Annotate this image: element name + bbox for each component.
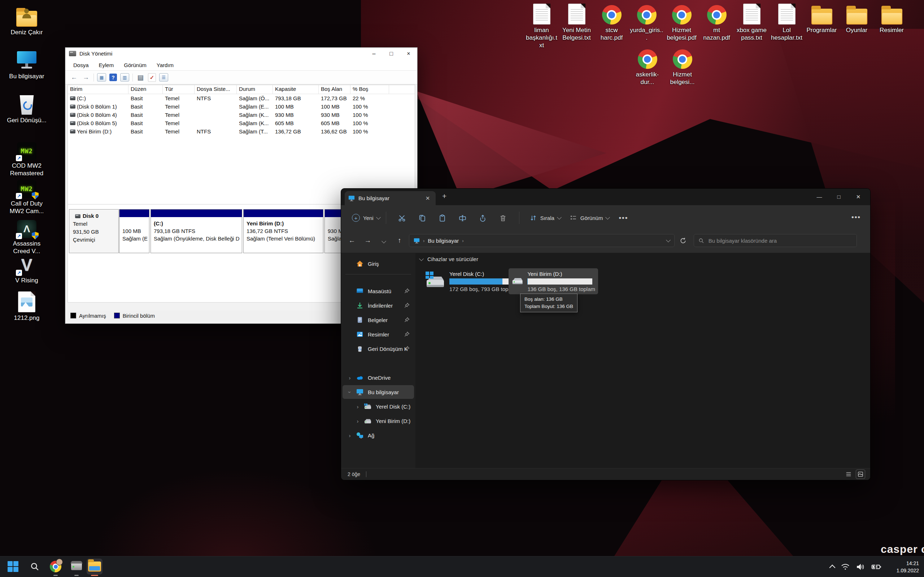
refresh-icon[interactable]: [680, 237, 687, 244]
volume-row[interactable]: (Disk 0 Bölüm 5) BasitTemel Sağlam (K...…: [68, 119, 415, 127]
properties-icon[interactable]: ☰: [159, 73, 168, 82]
tab-close-icon[interactable]: ✕: [423, 195, 432, 201]
address-bar[interactable]: › Bu bilgisayar ›: [409, 234, 675, 247]
column-kapasite[interactable]: Kapasite: [273, 85, 319, 94]
minimize-icon[interactable]: –: [365, 48, 383, 60]
partition-c[interactable]: (C:) 793,18 GB NTFS Sağlam (Önyükleme, D…: [150, 209, 242, 253]
back-icon[interactable]: ←: [344, 237, 360, 245]
column-durum[interactable]: Durum: [237, 85, 273, 94]
search-button[interactable]: [27, 559, 43, 574]
forward-icon[interactable]: →: [360, 237, 376, 245]
desktop-icon-hizmet-belgesi-pdf[interactable]: Hizmet belgesi.pdf: [664, 3, 699, 49]
sidebar-item-indirilenler[interactable]: İndirilenler: [342, 298, 414, 312]
graphical-view-icon[interactable]: ▥: [120, 73, 129, 82]
volume-row[interactable]: (C:) BasitTemel NTFSSağlam (Ö... 793,18 …: [68, 94, 415, 102]
column-bos-alan[interactable]: Boş Alan: [319, 85, 351, 94]
maximize-icon[interactable]: □: [829, 189, 848, 205]
see-more-icon[interactable]: •••: [619, 214, 628, 222]
hidden-icons-chevron[interactable]: [829, 565, 835, 571]
volume-icon[interactable]: [856, 563, 865, 571]
console-icon[interactable]: ▤: [136, 73, 145, 82]
desktop-icon-stcw-harc[interactable]: stcw harc.pdf: [594, 3, 629, 49]
desktop-icon-resimler[interactable]: Resimler: [874, 3, 909, 49]
search-input[interactable]: [708, 237, 852, 244]
sort-button[interactable]: Sırala: [530, 214, 561, 222]
start-button[interactable]: [5, 559, 21, 574]
up-icon[interactable]: ↑: [392, 237, 407, 245]
list-view-icon[interactable]: ▦: [97, 73, 106, 82]
details-view-icon[interactable]: [844, 470, 853, 479]
copy-button[interactable]: [412, 214, 432, 222]
sidebar-item-bu-bilgisayar[interactable]: › Bu bilgisayar: [342, 385, 414, 399]
search-box[interactable]: [694, 234, 857, 247]
delete-button[interactable]: [493, 214, 513, 222]
desktop-icon-hizmet-belgesi2[interactable]: Hizmet belgesi...: [665, 47, 700, 86]
large-icons-view-icon[interactable]: [856, 469, 865, 479]
partition-system[interactable]: 100 MB Sağlam (E: [119, 209, 149, 253]
cut-button[interactable]: [392, 214, 412, 222]
see-more-right-icon[interactable]: •••: [851, 213, 861, 221]
drive-tile-d[interactable]: Yeni Birim (D:) 136 GB boş, 136 GB topla…: [509, 268, 598, 294]
sidebar-item-geri-donusum[interactable]: Geri Dönüşüm K: [342, 342, 414, 356]
column-dosya-sistemi[interactable]: Dosya Siste...: [195, 85, 237, 94]
close-icon[interactable]: ✕: [848, 189, 868, 205]
chevron-right-icon[interactable]: ›: [355, 418, 360, 424]
minimize-icon[interactable]: —: [809, 189, 829, 205]
desktop-icon-cod-mw2-remastered[interactable]: MW2 ↗ COD MW2 Remastered: [3, 139, 50, 177]
disk-management-titlebar[interactable]: Disk Yönetimi – □ ×: [65, 48, 417, 60]
sidebar-item-ag[interactable]: › Ağ: [342, 429, 414, 442]
maximize-icon[interactable]: □: [383, 48, 400, 60]
forward-icon[interactable]: →: [82, 73, 90, 82]
menu-eylem[interactable]: Eylem: [94, 62, 119, 68]
breadcrumb-this-pc[interactable]: Bu bilgisayar: [428, 238, 459, 244]
chevron-right-icon[interactable]: ›: [355, 403, 360, 410]
paste-button[interactable]: [432, 214, 452, 222]
check-disk-icon[interactable]: ✓: [148, 73, 156, 82]
column-birim[interactable]: Birim: [68, 85, 129, 94]
sidebar-item-resimler[interactable]: Resimler: [342, 327, 414, 341]
desktop-icon-mt-nazan[interactable]: mt nazan.pdf: [699, 3, 734, 49]
disk0-info-panel[interactable]: Disk 0 Temel 931,50 GB Çevrimiçi: [69, 209, 119, 253]
share-button[interactable]: [473, 214, 493, 222]
taskbar-disk-management-button[interactable]: [69, 559, 84, 574]
chevron-right-icon[interactable]: ›: [347, 375, 353, 381]
desktop-icon-askerlik[interactable]: askerlik-dur...: [630, 47, 665, 86]
sidebar-item-yerel-disk-c[interactable]: › Yerel Disk (C:): [342, 400, 414, 413]
tab-bu-bilgisayar[interactable]: Bu bilgisayar ✕: [345, 191, 436, 205]
desktop-icon-this-pc[interactable]: Bu bilgisayar: [3, 49, 50, 80]
address-dropdown-icon[interactable]: [666, 238, 670, 242]
desktop-icon-liman[interactable]: liman başkanlığı.txt: [524, 3, 559, 49]
volume-row[interactable]: (Disk 0 Bölüm 1) BasitTemel Sağlam (E...…: [68, 102, 415, 111]
menu-dosya[interactable]: Dosya: [68, 62, 94, 68]
new-tab-icon[interactable]: +: [442, 192, 446, 200]
column-yuzde-bos[interactable]: % Boş: [351, 85, 389, 94]
chevron-down-icon[interactable]: ›: [347, 389, 353, 395]
desktop-icon-v-rising[interactable]: V ↗ V Rising: [3, 253, 50, 284]
desktop-icon-cod-mw2-campaign[interactable]: MW2 ↗ Call of Duty MW2 Cam...: [3, 176, 50, 215]
wifi-icon[interactable]: [841, 563, 850, 571]
desktop-icon-1212-png[interactable]: 1212.png: [3, 291, 50, 322]
desktop-icon-yeni-metin[interactable]: Yeni Metin Belgesi.txt: [559, 3, 594, 49]
rename-button[interactable]: [452, 214, 473, 222]
desktop-icon-xbox-game-pass[interactable]: xbox game pass.txt: [734, 3, 769, 49]
desktop-icon-lol-hesaplar[interactable]: Lol hesaplar.txt: [769, 3, 804, 49]
volume-list-header[interactable]: Birim Düzen Tür Dosya Siste... Durum Kap…: [68, 85, 415, 94]
sidebar-item-giris[interactable]: Giriş: [342, 257, 414, 271]
sidebar-item-masaustu[interactable]: Masaüstü: [342, 284, 414, 298]
taskbar-chrome-button[interactable]: [48, 559, 63, 574]
sidebar-item-yeni-birim-d[interactable]: › Yeni Birim (D:): [342, 414, 414, 428]
taskbar-clock[interactable]: 14:21 1.09.2022: [897, 560, 919, 574]
desktop-icon-recycle-bin[interactable]: Geri Dönüşü...: [3, 93, 50, 124]
desktop-icon-yurda-giris[interactable]: yurda_giris...: [629, 3, 664, 49]
desktop-icon-oyunlar[interactable]: Oyunlar: [839, 3, 874, 49]
help-icon[interactable]: ?: [109, 74, 117, 81]
menu-gorunum[interactable]: Görünüm: [119, 62, 152, 68]
back-icon[interactable]: ←: [69, 73, 78, 82]
desktop-icon-programlar[interactable]: Programlar: [804, 3, 839, 49]
battery-icon[interactable]: [871, 563, 881, 571]
chevron-right-icon[interactable]: ›: [347, 432, 353, 438]
sidebar-item-onedrive[interactable]: › OneDrive: [342, 371, 414, 384]
desktop-icon-deniz-cakir[interactable]: Deniz Çakır: [3, 5, 50, 36]
partition-d[interactable]: Yeni Birim (D:) 136,72 GB NTFS Sağlam (T…: [243, 209, 323, 253]
taskbar-file-explorer-button[interactable]: [87, 559, 102, 574]
